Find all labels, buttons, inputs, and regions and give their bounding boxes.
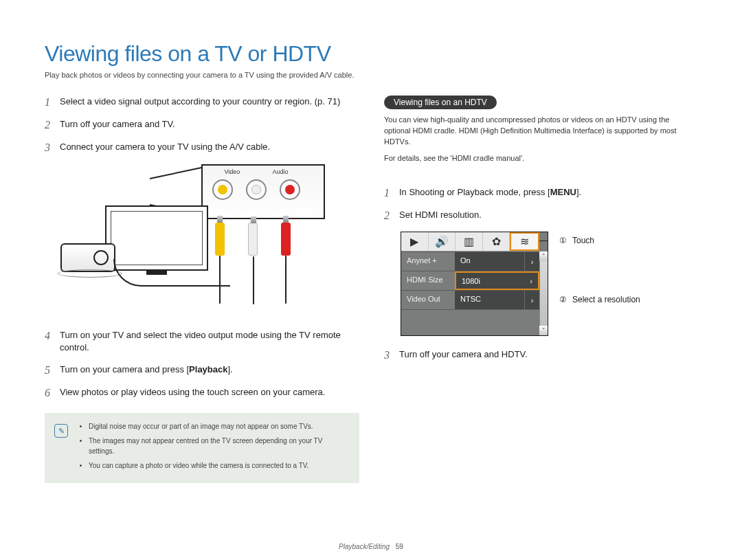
chevron-right-icon[interactable]: › (524, 271, 539, 290)
tab-playback-icon[interactable]: ▶ (401, 232, 429, 251)
menu-row-hdmi-size[interactable]: HDMI Size 1080i › (401, 271, 539, 290)
chevron-right-icon[interactable]: › (524, 291, 539, 309)
hdtv-paragraph: You can view high-quality and uncompress… (384, 115, 697, 148)
hdtv-paragraph-2: For details, see the 'HDMI cradle manual… (384, 153, 697, 164)
step-number: 1 (384, 186, 394, 199)
step-6: 6 View photos or play videos using the t… (45, 386, 359, 399)
hdtv-step-1: 1 In Shooting or Playback mode, press [M… (384, 186, 697, 199)
step-text: Set HDMI resolution. (399, 209, 482, 222)
step-text: Select a video signal output according t… (60, 96, 340, 109)
callout-touch: ① Touch (561, 236, 640, 245)
footer-page-number: 59 (396, 543, 403, 550)
menu-row-video-out[interactable]: Video Out NTSC › (401, 290, 539, 309)
chevron-right-icon[interactable]: › (524, 252, 539, 271)
note-item: The images may not appear centred on the… (89, 436, 350, 456)
step-text: Connect your camera to your TV using the… (60, 141, 270, 154)
step-text: Turn off your camera and TV. (60, 118, 175, 131)
step-4: 4 Turn on your TV and select the video o… (45, 329, 359, 354)
step-number: 3 (45, 141, 54, 154)
step-number: 3 (384, 348, 394, 361)
step-text: Turn off your camera and HDTV. (399, 348, 528, 361)
menu-row-value: On (455, 252, 524, 271)
menu-row-label: Anynet + (401, 252, 455, 271)
page-subtitle: Play back photos or videos by connecting… (45, 71, 697, 79)
label-video: Video (225, 168, 240, 175)
callout-text: Touch (572, 236, 594, 245)
note-box: ✎ Digital noise may occur or part of an … (45, 413, 359, 483)
step-number: 6 (45, 386, 54, 399)
hdtv-heading-pill: Viewing files on an HDTV (384, 96, 497, 109)
rca-plugs (215, 223, 318, 315)
menu-row-empty (401, 309, 539, 334)
plug-white (248, 223, 258, 256)
step-2: 2 Turn off your camera and TV. (45, 118, 359, 131)
callout-marker: ① (559, 236, 567, 245)
note-icon: ✎ (54, 424, 68, 438)
note-list: Digital noise may occur or part of an im… (76, 421, 350, 475)
callout-text: Select a resolution (572, 295, 640, 304)
menu-scrollbar[interactable] (539, 251, 548, 335)
left-column: 1 Select a video signal output according… (45, 96, 359, 483)
menu-row-value: 1080i (455, 271, 524, 290)
step-1: 1 Select a video signal output according… (45, 96, 359, 109)
step-3: 3 Connect your camera to your TV using t… (45, 141, 359, 154)
menu-row-anynet[interactable]: Anynet + On › (401, 251, 539, 271)
scroll-down-icon[interactable]: ˅ (539, 326, 548, 335)
step-text: Turn on your camera and press [Playback]… (60, 363, 233, 377)
step-text: View photos or play videos using the tou… (60, 386, 325, 399)
step-number: 2 (384, 209, 394, 222)
hdmi-menu-screenshot: ▶ 🔊 ▥ ✿ ≋ Anynet + On › (401, 232, 548, 336)
page-title: Viewing files on a TV or HDTV (45, 41, 697, 67)
footer-section: Playback/Editing (339, 543, 390, 550)
step-text: In Shooting or Playback mode, press [MEN… (399, 186, 581, 199)
menu-callouts: ① Touch ② Select a resolution (561, 236, 640, 304)
right-column: Viewing files on an HDTV You can view hi… (384, 96, 697, 483)
step-number: 4 (45, 329, 54, 354)
scroll-up-icon[interactable]: ˄ (539, 251, 548, 261)
menu-row-label: Video Out (401, 291, 455, 309)
tab-display-icon[interactable]: ▥ (456, 232, 483, 251)
menu-row-value: NTSC (455, 291, 524, 309)
note-item: You can capture a photo or video while t… (89, 460, 350, 471)
step-text: Turn on your TV and select the video out… (60, 329, 359, 354)
av-port-zoom: Video Audio (201, 164, 325, 219)
audio-port-white (246, 179, 267, 200)
callout-marker: ② (559, 295, 567, 304)
step-number: 1 (45, 96, 54, 109)
step-number: 2 (45, 118, 54, 131)
step-5: 5 Turn on your camera and press [Playbac… (45, 363, 359, 377)
tab-settings-icon[interactable]: ✿ (483, 232, 510, 251)
note-item: Digital noise may occur or part of an im… (89, 421, 350, 432)
page-footer: Playback/Editing 59 (0, 543, 742, 550)
step-number: 5 (45, 363, 54, 377)
video-port-yellow (212, 179, 233, 200)
tab-connection-icon[interactable]: ≋ (510, 232, 539, 251)
callout-select-resolution: ② Select a resolution (561, 295, 640, 304)
plug-red (281, 223, 291, 256)
label-audio: Audio (272, 168, 288, 175)
menu-row-label: HDMI Size (401, 271, 455, 290)
audio-port-red (280, 179, 300, 200)
plug-yellow (215, 223, 225, 256)
menu-tab-bar: ▶ 🔊 ▥ ✿ ≋ (401, 232, 539, 251)
tab-sound-icon[interactable]: 🔊 (429, 232, 456, 251)
hdtv-step-2: 2 Set HDMI resolution. (384, 209, 697, 222)
camera-illustration (60, 243, 115, 272)
hdtv-step-3: 3 Turn off your camera and HDTV. (384, 348, 697, 361)
av-cable-illustration: Video Audio (57, 164, 359, 315)
